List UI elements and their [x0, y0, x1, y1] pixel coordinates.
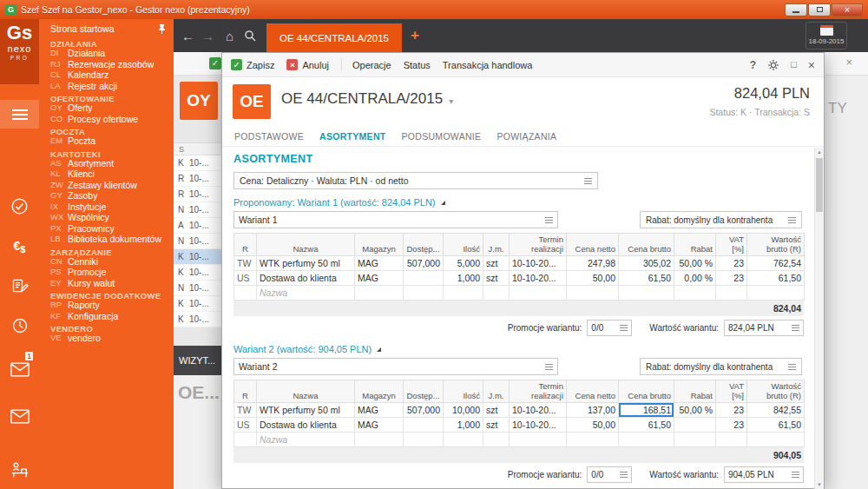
dialog-maximize-button[interactable]: □	[791, 60, 797, 69]
cell[interactable]: 23	[716, 403, 747, 418]
cell[interactable]: MAG	[355, 403, 404, 418]
cell[interactable]: 61,50	[747, 418, 805, 433]
add-button-icon[interactable]: ✓	[209, 57, 221, 69]
sidebar-item[interactable]: COProcesy ofertowe	[39, 114, 174, 125]
menu-toggle-button[interactable]	[0, 100, 39, 129]
background-list-row[interactable]: K10-...	[174, 155, 221, 171]
sidebar-item[interactable]: GYZasoby	[39, 190, 174, 202]
item-row[interactable]: USDostawa do klientaMAG1,000szt10-10-20.…	[234, 418, 805, 433]
cell[interactable]: 507,000	[404, 256, 444, 271]
column-header[interactable]: Rabat	[674, 234, 716, 256]
tab-podsumowanie[interactable]: PODSUMOWANIE	[402, 131, 482, 142]
sidebar-item[interactable]: EYKursy walut	[39, 278, 174, 289]
cell[interactable]: 23	[716, 256, 747, 271]
variant-2-heading[interactable]: Wariant 2 (wartość: 904,05 PLN)	[233, 344, 802, 354]
cell[interactable]: 1,000	[444, 271, 483, 286]
sidebar-item[interactable]: WXWspólnicy	[39, 212, 174, 223]
cell[interactable]: 61,50	[619, 271, 674, 286]
sidebar-item[interactable]: PXPracownicy	[39, 223, 174, 235]
column-header[interactable]: Rabat	[674, 380, 716, 403]
column-header[interactable]: VAT [%]	[716, 234, 747, 256]
cell[interactable]: Dostawa do klienta	[257, 271, 355, 286]
dialog-close-button[interactable]: ×	[808, 59, 815, 71]
dialog-scrollbar[interactable]: ▲ ▼	[814, 148, 824, 489]
column-header[interactable]: VAT [%]	[716, 380, 747, 403]
cell[interactable]: 50,00	[567, 418, 619, 433]
cell[interactable]: 247,98	[567, 256, 619, 271]
scroll-down-icon[interactable]: ▼	[815, 482, 824, 487]
background-list-row[interactable]: K10-...	[174, 312, 221, 327]
cancel-button[interactable]: × Anuluj	[286, 59, 329, 70]
variant-1-heading[interactable]: Proponowany: Wariant 1 (wartość: 824,04 …	[233, 197, 802, 208]
background-list-row[interactable]: A10-...	[174, 218, 221, 234]
cell[interactable]: 1,000	[444, 418, 483, 433]
variant-1-promotions-field[interactable]: 0/0	[587, 320, 632, 336]
unread-mail-icon[interactable]: 1	[0, 356, 39, 382]
cell[interactable]: 23	[716, 418, 747, 433]
column-header[interactable]: Termin realizacji	[510, 380, 567, 403]
variant-2-name-field[interactable]	[233, 358, 558, 375]
background-list-row[interactable]: R10-...	[174, 171, 221, 187]
item-row[interactable]: USDostawa do klientaMAG1,000szt10-10-20.…	[234, 271, 805, 286]
search-button[interactable]	[244, 30, 256, 45]
column-header[interactable]: Ilość	[444, 234, 483, 256]
variant-1-name-input[interactable]	[239, 215, 545, 225]
new-tab-button[interactable]: +	[411, 27, 419, 44]
cell[interactable]: 5,000	[444, 256, 483, 271]
cell[interactable]: 305,02	[619, 256, 674, 271]
background-list-row[interactable]: K10-...	[174, 249, 221, 265]
cell[interactable]: 842,55	[747, 403, 805, 418]
cell[interactable]: 168,51	[619, 403, 674, 418]
cell[interactable]: szt	[483, 271, 510, 286]
clock-icon[interactable]	[0, 313, 39, 339]
column-header[interactable]: R	[234, 234, 257, 256]
cell[interactable]: TW	[234, 403, 257, 418]
help-button[interactable]: ?	[750, 60, 756, 70]
new-item-row[interactable]: Nazwa	[234, 286, 805, 301]
cell[interactable]: 10-10-20...	[510, 418, 567, 433]
settings-gear-icon[interactable]	[767, 59, 779, 71]
tasks-icon[interactable]	[0, 193, 39, 219]
cell[interactable]: 10-10-20...	[510, 403, 567, 418]
mail-icon[interactable]	[0, 403, 39, 429]
cell[interactable]: US	[234, 418, 257, 433]
background-list-row[interactable]: K10-...	[174, 265, 221, 281]
save-button[interactable]: ✓ Zapisz	[231, 59, 274, 70]
cell[interactable]: 50,00 %	[674, 256, 716, 271]
cell[interactable]: szt	[483, 403, 510, 418]
column-header[interactable]: Cena brutto	[619, 234, 674, 256]
background-list-row[interactable]: R10-...	[174, 187, 221, 202]
forward-button[interactable]: →	[201, 29, 214, 43]
column-header[interactable]: Magazyn	[355, 380, 404, 403]
name-placeholder-cell[interactable]: Nazwa	[257, 286, 355, 301]
document-tab[interactable]: OE 44/CENTRALA/2015	[266, 23, 402, 52]
sidebar-item[interactable]: VEvendero	[39, 333, 174, 344]
cell[interactable]: 507,000	[404, 403, 444, 418]
cell[interactable]	[404, 418, 444, 433]
cell[interactable]: WTK perfumy 50 ml	[257, 256, 355, 271]
sidebar-item[interactable]: PSPromocje	[39, 267, 174, 278]
background-list-row[interactable]: N10-...	[174, 202, 221, 218]
price-settings-bar[interactable]: Cena: Detaliczny · Waluta: PLN · od nett…	[233, 172, 598, 189]
sidebar-item[interactable]: KFKonfiguracja	[39, 311, 174, 322]
activity-journal-icon[interactable]	[0, 273, 39, 299]
operations-menu-button[interactable]: Operacje	[352, 60, 391, 70]
column-header[interactable]: J.m.	[483, 380, 510, 403]
variant-1-discount-field[interactable]: Rabat: domyślny dla kontrahenta	[640, 211, 802, 228]
cell[interactable]: 10,000	[444, 403, 483, 418]
cell[interactable]: 762,54	[747, 256, 805, 271]
variant-2-value-field[interactable]: 904,05 PLN	[724, 466, 804, 483]
variant-2-discount-field[interactable]: Rabat: domyślny dla kontrahenta	[640, 358, 802, 375]
column-header[interactable]: Nazwa	[257, 380, 355, 403]
tab-powiazania[interactable]: POWIĄZANIA	[496, 131, 556, 142]
cell[interactable]: US	[234, 271, 257, 286]
sidebar-item[interactable]: LARejestr akcji	[39, 81, 174, 92]
cell[interactable]: 50,00	[567, 271, 619, 286]
column-header[interactable]: Termin realizacji	[510, 234, 567, 256]
sidebar-item[interactable]: EMPoczta	[39, 135, 174, 147]
background-list-row[interactable]: N10-...	[174, 234, 221, 249]
column-header[interactable]: Wartość brutto (R)	[747, 380, 805, 403]
sidebar-item[interactable]: CLKalendarz	[39, 69, 174, 81]
column-header[interactable]: Dostęp...	[404, 380, 444, 403]
column-header[interactable]: Ilość	[444, 380, 483, 403]
